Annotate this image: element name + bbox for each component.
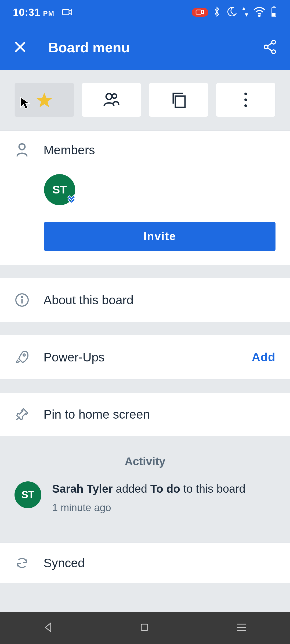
powerups-label: Power-Ups <box>44 350 238 364</box>
tab-members[interactable] <box>82 83 141 117</box>
nav-home-button[interactable] <box>139 622 150 634</box>
svg-point-6 <box>272 40 276 44</box>
spacer <box>0 265 290 278</box>
cursor-icon <box>20 96 30 109</box>
members-header: Members <box>44 143 95 157</box>
svg-point-18 <box>23 354 25 356</box>
members-section: Members ST Invite <box>0 130 290 265</box>
status-time: 10:31 <box>13 7 40 18</box>
tab-more[interactable] <box>216 83 276 117</box>
status-ampm: PM <box>43 9 55 18</box>
nav-recent-button[interactable] <box>235 623 247 633</box>
nav-back-button[interactable] <box>43 621 53 634</box>
person-icon <box>15 142 30 158</box>
app-bar: Board menu <box>0 25 290 70</box>
moon-icon <box>226 6 237 19</box>
invite-button-label: Invite <box>143 230 176 243</box>
copy-icon <box>171 91 187 108</box>
about-board-label: About this board <box>44 293 276 307</box>
page-title: Board menu <box>30 39 260 56</box>
svg-rect-19 <box>141 624 148 631</box>
powerups-add-button[interactable]: Add <box>252 350 276 364</box>
activity-time: 1 minute ago <box>52 497 245 514</box>
svg-point-14 <box>244 104 247 107</box>
svg-rect-4 <box>273 6 275 8</box>
record-indicator <box>192 8 208 17</box>
star-icon <box>35 91 53 109</box>
svg-point-13 <box>244 98 247 101</box>
rocket-icon <box>15 350 30 365</box>
svg-point-7 <box>264 45 268 49</box>
camera-icon <box>62 7 73 18</box>
members-avatar-list: ST <box>15 158 276 205</box>
admin-badge-icon <box>66 194 77 207</box>
powerups-row[interactable]: Power-Ups Add <box>0 335 290 379</box>
activity-text: Sarah Tyler added To do to this board <box>52 481 245 497</box>
spacer <box>0 379 290 392</box>
avatar-initials: ST <box>52 183 67 196</box>
system-nav-bar <box>0 612 290 644</box>
member-avatar[interactable]: ST <box>44 174 75 205</box>
tab-star[interactable] <box>15 83 74 117</box>
pin-row[interactable]: Pin to home screen <box>0 392 290 436</box>
svg-point-12 <box>244 93 247 95</box>
close-button[interactable] <box>11 40 30 55</box>
sync-row[interactable]: Synced <box>0 543 290 583</box>
info-icon <box>15 293 30 307</box>
svg-rect-1 <box>196 10 201 14</box>
more-vertical-icon <box>244 92 248 108</box>
svg-rect-5 <box>272 13 276 16</box>
wifi-icon <box>253 7 266 18</box>
people-icon <box>103 92 120 107</box>
invite-button[interactable]: Invite <box>44 222 276 251</box>
tab-copy[interactable] <box>149 83 208 117</box>
about-board-row[interactable]: About this board <box>0 278 290 322</box>
spacer <box>0 530 290 543</box>
status-bar: 10:31 PM <box>0 0 290 25</box>
pin-label: Pin to home screen <box>44 407 276 422</box>
spacer <box>0 322 290 335</box>
bluetooth-icon <box>213 6 221 19</box>
svg-point-15 <box>19 144 25 150</box>
svg-point-17 <box>21 297 23 298</box>
activity-item[interactable]: ST Sarah Tyler added To do to this board… <box>0 473 290 530</box>
battery-icon <box>271 6 277 19</box>
activity-verb: added <box>113 482 150 495</box>
activity-suffix: to this board <box>180 482 245 495</box>
avatar-initials: ST <box>21 489 35 501</box>
board-menu-tabs <box>0 70 290 130</box>
svg-rect-11 <box>175 96 185 107</box>
svg-point-9 <box>106 94 112 100</box>
data-icon <box>242 6 248 19</box>
sync-label: Synced <box>44 556 85 570</box>
sync-icon <box>15 556 30 570</box>
share-button[interactable] <box>260 39 279 56</box>
activity-section: Activity ST Sarah Tyler added To do to t… <box>0 436 290 530</box>
svg-point-10 <box>112 94 117 98</box>
activity-object: To do <box>150 482 180 495</box>
svg-rect-0 <box>63 9 69 15</box>
svg-point-8 <box>272 50 276 54</box>
activity-avatar: ST <box>15 481 41 508</box>
pin-icon <box>15 407 30 422</box>
svg-point-2 <box>259 15 260 17</box>
activity-actor: Sarah Tyler <box>52 482 113 495</box>
activity-header: Activity <box>0 436 290 473</box>
